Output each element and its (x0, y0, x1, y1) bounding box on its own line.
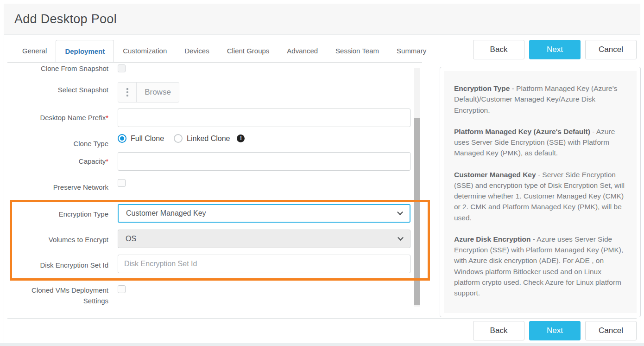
help-paragraph: Azure Disk Encryption - Azure uses Serve… (454, 234, 626, 299)
cloned-vms-deployment-settings-checkbox[interactable] (118, 285, 126, 293)
help-paragraph: Encryption Type - Platform Managed Key (… (454, 83, 626, 115)
encryption-type-value: Customer Managed Key (126, 209, 206, 218)
tab-bar: General Deployment Customization Devices… (13, 40, 435, 62)
linked-clone-radio[interactable] (174, 134, 183, 143)
disk-encryption-set-id-input[interactable] (118, 255, 410, 273)
capacity-label: Capacity* (10, 156, 108, 166)
clone-from-snapshot-checkbox[interactable] (118, 64, 126, 72)
vertical-ellipsis-icon (126, 88, 128, 90)
tab-general[interactable]: General (13, 40, 56, 62)
tabs-underline (7, 62, 422, 63)
tab-client-groups[interactable]: Client Groups (218, 40, 278, 62)
clone-type-label: Clone Type (10, 139, 108, 148)
required-asterisk: * (106, 157, 108, 165)
form-scrollbar-thumb[interactable] (414, 118, 420, 305)
help-paragraph: Customer Managed Key - Server Side Encry… (454, 169, 626, 223)
add-desktop-pool-dialog: Add Desktop Pool General Deployment Cust… (4, 4, 640, 343)
dialog-header: Add Desktop Pool (4, 4, 640, 35)
clone-from-snapshot-label: Clone From Snapshot (10, 64, 108, 73)
help-panel: Encryption Type - Platform Managed Key (… (440, 67, 641, 317)
deployment-form: Clone From Snapshot Select Snapshot Brow… (7, 64, 414, 318)
volumes-to-encrypt-value: OS (126, 235, 136, 243)
next-button[interactable]: Next (529, 40, 581, 59)
preserve-network-label: Preserve Network (10, 182, 108, 192)
tab-advanced[interactable]: Advanced (278, 40, 327, 62)
tab-session-team[interactable]: Session Team (327, 40, 388, 62)
next-button[interactable]: Next (529, 321, 581, 340)
preserve-network-checkbox[interactable] (118, 179, 126, 187)
disk-encryption-set-id-label: Disk Encryption Set Id (10, 260, 108, 270)
snapshot-menu-button[interactable] (118, 83, 137, 102)
desktop-name-prefix-label: Desktop Name Prefix* (10, 113, 108, 122)
cancel-button[interactable]: Cancel (585, 321, 637, 340)
tab-devices[interactable]: Devices (176, 40, 218, 62)
dialog-footer: Back Next Cancel (7, 318, 637, 343)
help-text: Encryption Type - Platform Managed Key (… (444, 71, 637, 313)
browse-button-group: Browse (118, 82, 179, 103)
volumes-to-encrypt-label: Volumes to Encrypt (10, 235, 108, 244)
encryption-type-select[interactable]: Customer Managed Key (118, 204, 410, 223)
chevron-down-icon (397, 209, 403, 215)
info-icon[interactable]: ! (237, 135, 245, 142)
clone-type-radio-group: Full Clone Linked Clone ! (118, 134, 245, 143)
page-title: Add Desktop Pool (4, 12, 117, 26)
cancel-button[interactable]: Cancel (585, 40, 637, 59)
required-asterisk: * (106, 114, 108, 122)
tab-deployment[interactable]: Deployment (56, 40, 114, 62)
tab-summary[interactable]: Summary (388, 40, 435, 62)
encryption-type-label: Encryption Type (10, 209, 108, 219)
capacity-input[interactable] (118, 152, 410, 171)
form-scrollbar-track[interactable] (414, 68, 420, 307)
cloned-vms-deployment-settings-label: Cloned VMs Deployment Settings (10, 285, 108, 307)
volumes-to-encrypt-select[interactable]: OS (118, 230, 410, 248)
tab-customization[interactable]: Customization (114, 40, 176, 62)
browse-button[interactable]: Browse (137, 83, 179, 102)
vertical-ellipsis-icon (126, 91, 128, 93)
chevron-down-icon (398, 235, 404, 241)
page-bottom-strip (0, 343, 644, 346)
full-clone-radio[interactable] (118, 134, 126, 143)
select-snapshot-label: Select Snapshot (10, 85, 108, 95)
top-action-buttons: Back Next Cancel (473, 40, 637, 59)
full-clone-radio-label: Full Clone (131, 135, 164, 143)
back-button[interactable]: Back (473, 40, 524, 59)
vertical-ellipsis-icon (126, 95, 128, 96)
linked-clone-radio-label: Linked Clone (187, 135, 230, 143)
back-button[interactable]: Back (473, 321, 524, 340)
bottom-action-buttons: Back Next Cancel (473, 321, 637, 340)
desktop-name-prefix-input[interactable] (118, 109, 410, 127)
help-paragraph: Platform Managed Key (Azure's Default) -… (454, 126, 626, 159)
